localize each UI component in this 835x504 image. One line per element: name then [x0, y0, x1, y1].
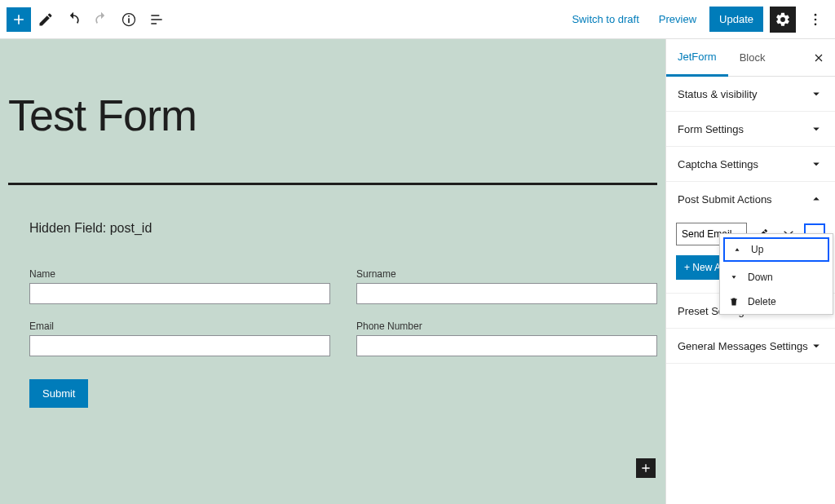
- more-options-icon[interactable]: [802, 7, 828, 33]
- hidden-field-label[interactable]: Hidden Field: post_id: [0, 185, 665, 236]
- triangle-down-icon: [728, 272, 740, 283]
- close-sidebar-icon[interactable]: [802, 51, 835, 64]
- panel-general-messages[interactable]: General Messages Settings: [666, 329, 835, 364]
- edit-icon[interactable]: [33, 7, 59, 33]
- phone-input[interactable]: [356, 335, 657, 356]
- redo-icon[interactable]: [88, 7, 114, 33]
- form-fields-grid: Name Surname Email Phone Number: [0, 236, 665, 356]
- toolbar-left: [7, 7, 170, 33]
- chevron-down-icon: [809, 122, 824, 136]
- field-phone: Phone Number: [356, 321, 657, 356]
- submit-button[interactable]: Submit: [29, 379, 88, 408]
- dropdown-label: Down: [748, 272, 773, 283]
- editor-canvas: Test Form Hidden Field: post_id Name Sur…: [0, 39, 665, 504]
- page-title[interactable]: Test Form: [0, 39, 665, 140]
- settings-sidebar: JetForm Block Status & visibility Form S…: [665, 39, 835, 504]
- chevron-up-icon: [809, 192, 824, 206]
- field-surname: Surname: [356, 268, 657, 304]
- canvas-add-block-button[interactable]: [636, 458, 656, 478]
- panel-label: Captcha Settings: [678, 158, 758, 170]
- trash-icon: [728, 296, 740, 307]
- dropdown-label: Up: [751, 244, 763, 255]
- chevron-down-icon: [809, 338, 824, 353]
- panel-label: General Messages Settings: [678, 340, 808, 352]
- dropdown-item-down[interactable]: Down: [720, 265, 833, 290]
- panel-label: Post Submit Actions: [678, 193, 772, 206]
- settings-icon[interactable]: [770, 7, 796, 33]
- dropdown-item-delete[interactable]: Delete: [720, 290, 833, 314]
- editor-layout: Test Form Hidden Field: post_id Name Sur…: [0, 39, 835, 504]
- dropdown-item-up[interactable]: Up: [723, 237, 829, 262]
- panel-captcha-settings[interactable]: Captcha Settings: [666, 147, 835, 182]
- surname-label: Surname: [356, 268, 657, 280]
- phone-label: Phone Number: [356, 321, 657, 332]
- email-label: Email: [29, 321, 330, 332]
- outline-icon[interactable]: [144, 7, 170, 33]
- name-label: Name: [29, 268, 330, 280]
- field-email: Email: [29, 321, 330, 356]
- toolbar-right: Switch to draft Preview Update: [565, 7, 828, 33]
- panel-status-visibility[interactable]: Status & visibility: [666, 77, 835, 112]
- preview-link[interactable]: Preview: [652, 10, 703, 29]
- panel-label: Status & visibility: [678, 88, 758, 100]
- sidebar-tabs: JetForm Block: [666, 39, 835, 77]
- chevron-down-icon: [809, 157, 824, 171]
- panel-form-settings[interactable]: Form Settings: [666, 112, 835, 147]
- field-name: Name: [29, 268, 330, 304]
- panel-label: Form Settings: [678, 123, 744, 135]
- svg-point-5: [815, 23, 817, 25]
- svg-rect-1: [128, 18, 130, 23]
- dropdown-label: Delete: [748, 296, 776, 307]
- name-input[interactable]: [29, 283, 330, 304]
- switch-to-draft-link[interactable]: Switch to draft: [565, 10, 645, 29]
- action-dropdown-menu: Up Down Delete: [719, 233, 833, 315]
- triangle-up-icon: [731, 244, 743, 255]
- chevron-down-icon: [809, 86, 824, 101]
- update-button[interactable]: Update: [709, 7, 763, 32]
- tab-block[interactable]: Block: [728, 40, 777, 75]
- surname-input[interactable]: [356, 283, 657, 304]
- info-icon[interactable]: [116, 7, 142, 33]
- add-block-button[interactable]: [7, 7, 31, 32]
- svg-point-3: [815, 13, 817, 15]
- tab-jetform[interactable]: JetForm: [666, 39, 728, 77]
- svg-point-4: [815, 18, 817, 20]
- top-toolbar: Switch to draft Preview Update: [0, 0, 835, 39]
- email-input[interactable]: [29, 335, 330, 356]
- undo-icon[interactable]: [60, 7, 86, 33]
- svg-rect-2: [128, 15, 130, 17]
- panel-post-submit-actions[interactable]: Post Submit Actions: [666, 182, 835, 216]
